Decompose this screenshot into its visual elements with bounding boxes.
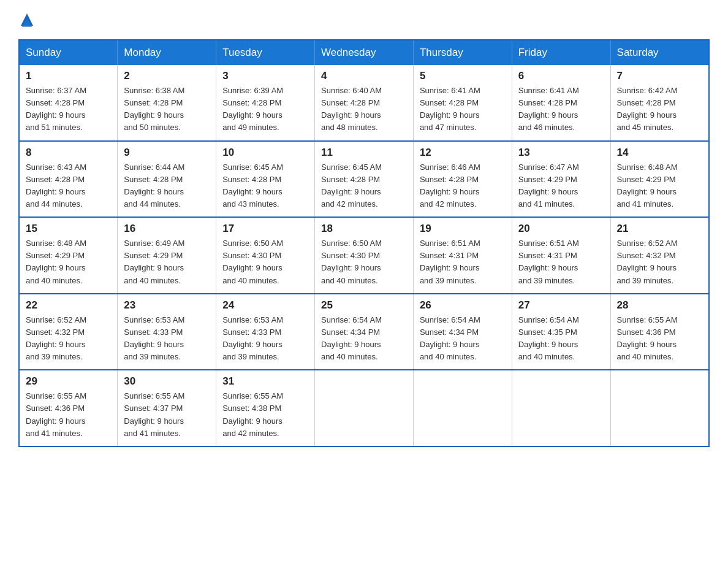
col-thursday: Thursday xyxy=(413,40,512,65)
calendar-day-cell: 29Sunrise: 6:55 AMSunset: 4:36 PMDayligh… xyxy=(19,370,118,446)
day-info: Sunrise: 6:38 AMSunset: 4:28 PMDaylight:… xyxy=(124,85,210,134)
calendar-day-cell: 6Sunrise: 6:41 AMSunset: 4:28 PMDaylight… xyxy=(512,65,610,141)
day-number: 30 xyxy=(124,375,210,388)
calendar-day-cell: 8Sunrise: 6:43 AMSunset: 4:28 PMDaylight… xyxy=(19,141,118,218)
calendar-table: Sunday Monday Tuesday Wednesday Thursday… xyxy=(18,39,710,447)
day-info: Sunrise: 6:52 AMSunset: 4:32 PMDaylight:… xyxy=(26,314,111,364)
calendar-day-cell: 24Sunrise: 6:53 AMSunset: 4:33 PMDayligh… xyxy=(216,294,315,370)
day-number: 31 xyxy=(222,375,308,388)
day-info: Sunrise: 6:51 AMSunset: 4:31 PMDaylight:… xyxy=(420,237,506,287)
day-number: 5 xyxy=(420,70,506,82)
day-number: 11 xyxy=(321,147,407,159)
calendar-day-cell: 12Sunrise: 6:46 AMSunset: 4:28 PMDayligh… xyxy=(413,141,512,218)
calendar-day-cell: 15Sunrise: 6:48 AMSunset: 4:29 PMDayligh… xyxy=(19,217,118,294)
calendar-header-row: Sunday Monday Tuesday Wednesday Thursday… xyxy=(19,40,709,65)
day-number: 25 xyxy=(321,299,407,312)
calendar-day-cell: 1Sunrise: 6:37 AMSunset: 4:28 PMDaylight… xyxy=(19,65,118,141)
calendar-day-cell: 25Sunrise: 6:54 AMSunset: 4:34 PMDayligh… xyxy=(315,294,414,370)
calendar-week-row: 1Sunrise: 6:37 AMSunset: 4:28 PMDaylight… xyxy=(19,65,709,141)
calendar-day-cell xyxy=(413,370,512,446)
day-number: 19 xyxy=(420,223,506,235)
calendar-day-cell: 11Sunrise: 6:45 AMSunset: 4:28 PMDayligh… xyxy=(315,141,414,218)
day-info: Sunrise: 6:39 AMSunset: 4:28 PMDaylight:… xyxy=(222,85,308,134)
day-info: Sunrise: 6:42 AMSunset: 4:28 PMDaylight:… xyxy=(617,85,702,134)
day-number: 6 xyxy=(518,70,604,82)
calendar-day-cell: 19Sunrise: 6:51 AMSunset: 4:31 PMDayligh… xyxy=(413,217,512,294)
day-number: 13 xyxy=(518,147,604,159)
day-number: 2 xyxy=(124,70,210,82)
day-info: Sunrise: 6:54 AMSunset: 4:34 PMDaylight:… xyxy=(321,314,407,364)
calendar-day-cell: 28Sunrise: 6:55 AMSunset: 4:36 PMDayligh… xyxy=(610,294,709,370)
col-friday: Friday xyxy=(512,40,610,65)
day-info: Sunrise: 6:49 AMSunset: 4:29 PMDaylight:… xyxy=(124,237,210,287)
calendar-day-cell: 26Sunrise: 6:54 AMSunset: 4:34 PMDayligh… xyxy=(413,294,512,370)
calendar-day-cell: 4Sunrise: 6:40 AMSunset: 4:28 PMDaylight… xyxy=(315,65,414,141)
day-number: 23 xyxy=(124,299,210,312)
calendar-day-cell: 30Sunrise: 6:55 AMSunset: 4:37 PMDayligh… xyxy=(118,370,216,446)
day-info: Sunrise: 6:45 AMSunset: 4:28 PMDaylight:… xyxy=(321,161,407,211)
calendar-day-cell: 23Sunrise: 6:53 AMSunset: 4:33 PMDayligh… xyxy=(118,294,216,370)
calendar-week-row: 15Sunrise: 6:48 AMSunset: 4:29 PMDayligh… xyxy=(19,217,709,294)
day-info: Sunrise: 6:54 AMSunset: 4:34 PMDaylight:… xyxy=(420,314,506,364)
day-info: Sunrise: 6:46 AMSunset: 4:28 PMDaylight:… xyxy=(420,161,506,211)
day-number: 29 xyxy=(26,375,111,388)
day-info: Sunrise: 6:51 AMSunset: 4:31 PMDaylight:… xyxy=(518,237,604,287)
day-number: 17 xyxy=(222,223,308,235)
logo xyxy=(18,12,36,28)
day-info: Sunrise: 6:37 AMSunset: 4:28 PMDaylight:… xyxy=(26,85,111,134)
col-wednesday: Wednesday xyxy=(315,40,414,65)
day-number: 10 xyxy=(222,147,308,159)
day-info: Sunrise: 6:43 AMSunset: 4:28 PMDaylight:… xyxy=(26,161,111,211)
day-info: Sunrise: 6:48 AMSunset: 4:29 PMDaylight:… xyxy=(617,161,702,211)
day-number: 4 xyxy=(321,70,407,82)
day-info: Sunrise: 6:50 AMSunset: 4:30 PMDaylight:… xyxy=(321,237,407,287)
day-number: 12 xyxy=(420,147,506,159)
day-number: 20 xyxy=(518,223,604,235)
day-number: 28 xyxy=(617,299,702,312)
day-info: Sunrise: 6:48 AMSunset: 4:29 PMDaylight:… xyxy=(26,237,111,287)
day-info: Sunrise: 6:55 AMSunset: 4:37 PMDaylight:… xyxy=(124,390,210,440)
calendar-day-cell: 17Sunrise: 6:50 AMSunset: 4:30 PMDayligh… xyxy=(216,217,315,294)
day-number: 7 xyxy=(617,70,702,82)
calendar-day-cell xyxy=(315,370,414,446)
col-monday: Monday xyxy=(118,40,216,65)
calendar-day-cell: 20Sunrise: 6:51 AMSunset: 4:31 PMDayligh… xyxy=(512,217,610,294)
col-sunday: Sunday xyxy=(19,40,118,65)
day-number: 22 xyxy=(26,299,111,312)
day-number: 8 xyxy=(26,147,111,159)
day-number: 3 xyxy=(222,70,308,82)
day-number: 15 xyxy=(26,223,111,235)
day-info: Sunrise: 6:55 AMSunset: 4:38 PMDaylight:… xyxy=(222,390,308,440)
calendar-day-cell: 22Sunrise: 6:52 AMSunset: 4:32 PMDayligh… xyxy=(19,294,118,370)
day-info: Sunrise: 6:44 AMSunset: 4:28 PMDaylight:… xyxy=(124,161,210,211)
day-number: 1 xyxy=(26,70,111,82)
day-info: Sunrise: 6:50 AMSunset: 4:30 PMDaylight:… xyxy=(222,237,308,287)
calendar-day-cell xyxy=(610,370,709,446)
calendar-day-cell: 18Sunrise: 6:50 AMSunset: 4:30 PMDayligh… xyxy=(315,217,414,294)
day-number: 14 xyxy=(617,147,702,159)
page-header xyxy=(18,12,710,28)
calendar-week-row: 29Sunrise: 6:55 AMSunset: 4:36 PMDayligh… xyxy=(19,370,709,446)
day-number: 24 xyxy=(222,299,308,312)
day-number: 16 xyxy=(124,223,210,235)
day-info: Sunrise: 6:41 AMSunset: 4:28 PMDaylight:… xyxy=(420,85,506,134)
calendar-day-cell: 13Sunrise: 6:47 AMSunset: 4:29 PMDayligh… xyxy=(512,141,610,218)
day-info: Sunrise: 6:54 AMSunset: 4:35 PMDaylight:… xyxy=(518,314,604,364)
day-info: Sunrise: 6:55 AMSunset: 4:36 PMDaylight:… xyxy=(26,390,111,440)
day-info: Sunrise: 6:47 AMSunset: 4:29 PMDaylight:… xyxy=(518,161,604,211)
calendar-day-cell: 16Sunrise: 6:49 AMSunset: 4:29 PMDayligh… xyxy=(118,217,216,294)
day-number: 18 xyxy=(321,223,407,235)
calendar-week-row: 8Sunrise: 6:43 AMSunset: 4:28 PMDaylight… xyxy=(19,141,709,218)
day-info: Sunrise: 6:41 AMSunset: 4:28 PMDaylight:… xyxy=(518,85,604,134)
day-number: 21 xyxy=(617,223,702,235)
col-tuesday: Tuesday xyxy=(216,40,315,65)
calendar-day-cell: 31Sunrise: 6:55 AMSunset: 4:38 PMDayligh… xyxy=(216,370,315,446)
calendar-day-cell: 10Sunrise: 6:45 AMSunset: 4:28 PMDayligh… xyxy=(216,141,315,218)
calendar-day-cell: 5Sunrise: 6:41 AMSunset: 4:28 PMDaylight… xyxy=(413,65,512,141)
day-info: Sunrise: 6:53 AMSunset: 4:33 PMDaylight:… xyxy=(124,314,210,364)
calendar-day-cell: 2Sunrise: 6:38 AMSunset: 4:28 PMDaylight… xyxy=(118,65,216,141)
calendar-day-cell xyxy=(512,370,610,446)
calendar-day-cell: 27Sunrise: 6:54 AMSunset: 4:35 PMDayligh… xyxy=(512,294,610,370)
day-info: Sunrise: 6:55 AMSunset: 4:36 PMDaylight:… xyxy=(617,314,702,364)
day-info: Sunrise: 6:40 AMSunset: 4:28 PMDaylight:… xyxy=(321,85,407,134)
